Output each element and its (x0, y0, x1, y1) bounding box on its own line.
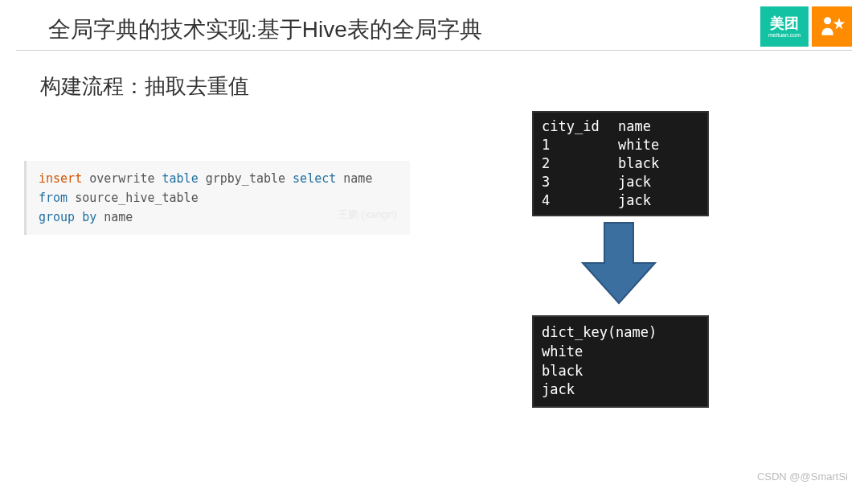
table-header-row: city_id name (542, 117, 699, 136)
header-city-id: city_id (542, 117, 618, 136)
meituan-logo-subtext: meituan.com (768, 32, 800, 38)
result-table: dict_key(name) white black jack (532, 315, 709, 408)
meituan-logo: 美团 meituan.com (760, 6, 809, 47)
table-row: 1 white (542, 136, 699, 154)
code-line-1: insert overwrite table grpby_table selec… (39, 169, 398, 188)
svg-point-0 (824, 17, 831, 24)
result-header: dict_key(name) (542, 323, 699, 343)
table-row: 4 jack (542, 191, 699, 210)
code-line-2: from source_hive_table (39, 188, 398, 208)
title-underline (16, 50, 852, 51)
slide-title: 全局字典的技术实现:基于Hive表的全局字典 (48, 14, 482, 45)
result-row: white (542, 343, 699, 362)
footer-watermark: CSDN @@SmartSi (757, 471, 848, 483)
code-line-3: group by name (39, 208, 398, 227)
down-arrow-icon (579, 219, 659, 307)
slide-subtitle: 构建流程：抽取去重值 (40, 72, 249, 101)
table-row: 2 black (542, 154, 699, 173)
dianping-logo (812, 6, 852, 47)
table-row: 3 jack (542, 173, 699, 191)
meituan-logo-text: 美团 (770, 16, 799, 31)
person-star-icon (817, 12, 846, 41)
source-table: city_id name 1 white 2 black 3 jack 4 ja… (532, 111, 709, 216)
result-row: black (542, 362, 699, 381)
header-name: name (618, 117, 699, 136)
sql-code-block: insert overwrite table grpby_table selec… (24, 161, 410, 235)
result-row: jack (542, 380, 699, 400)
logo-container: 美团 meituan.com (760, 6, 852, 47)
